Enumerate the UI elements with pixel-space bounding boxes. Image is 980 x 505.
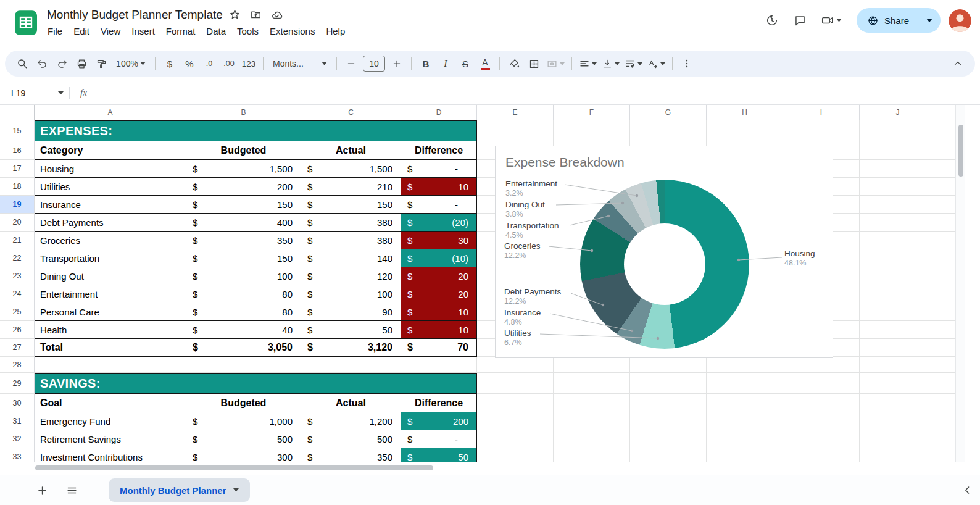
cell[interactable]: $-	[401, 196, 477, 214]
menu-tools[interactable]: Tools	[231, 24, 264, 38]
cell[interactable]	[860, 178, 936, 196]
cell[interactable]	[860, 321, 936, 339]
cell[interactable]	[554, 430, 630, 448]
decrease-decimal-icon[interactable]: .0	[199, 54, 219, 73]
cell[interactable]	[783, 373, 860, 394]
cell[interactable]	[477, 394, 554, 412]
cell[interactable]: $200	[401, 412, 477, 430]
column-header-B[interactable]: B	[186, 105, 301, 120]
cell[interactable]: Budgeted	[186, 141, 301, 160]
cell[interactable]	[860, 249, 936, 267]
paint-format-icon[interactable]	[91, 54, 111, 73]
row-header-16[interactable]: 16	[0, 141, 35, 160]
menu-file[interactable]: File	[42, 24, 68, 38]
cell[interactable]	[860, 448, 936, 462]
redo-icon[interactable]	[52, 54, 72, 73]
cell[interactable]	[477, 412, 554, 430]
cell[interactable]	[554, 373, 630, 394]
row-header-28[interactable]: 28	[0, 357, 35, 373]
menu-insert[interactable]: Insert	[126, 24, 160, 38]
horizontal-align-icon[interactable]	[576, 54, 599, 73]
merge-cells-icon[interactable]	[544, 54, 567, 73]
cell[interactable]: Health	[35, 321, 186, 339]
cell[interactable]	[186, 357, 301, 373]
cell[interactable]	[783, 120, 860, 141]
cell[interactable]	[707, 448, 783, 462]
row-header-20[interactable]: 20	[0, 214, 35, 232]
share-dropdown[interactable]	[918, 8, 941, 33]
cell[interactable]: $500	[186, 430, 301, 448]
cell[interactable]: $400	[186, 214, 301, 232]
cell[interactable]	[630, 412, 707, 430]
row-header-26[interactable]: 26	[0, 321, 35, 339]
cell[interactable]	[630, 120, 707, 141]
cell[interactable]: $150	[186, 249, 301, 267]
cell[interactable]	[783, 412, 860, 430]
cell[interactable]: $140	[301, 249, 401, 267]
cell[interactable]: $20	[401, 285, 477, 303]
select-all-corner[interactable]	[0, 105, 35, 120]
cell[interactable]: $100	[301, 285, 401, 303]
cell[interactable]: Budgeted	[186, 394, 301, 412]
cell[interactable]: $100	[186, 267, 301, 285]
cell[interactable]	[783, 394, 860, 412]
zoom-select[interactable]: 100%	[111, 54, 151, 73]
cell[interactable]	[860, 196, 936, 214]
text-wrap-icon[interactable]	[622, 54, 645, 73]
cell[interactable]: Difference	[401, 394, 477, 412]
borders-icon[interactable]	[524, 54, 544, 73]
row-header-17[interactable]: 17	[0, 160, 35, 178]
row-header-27[interactable]: 27	[0, 339, 35, 357]
cell[interactable]	[860, 232, 936, 249]
cell[interactable]: $90	[301, 303, 401, 321]
column-header-H[interactable]: H	[707, 105, 783, 120]
row-header-25[interactable]: 25	[0, 303, 35, 321]
name-box[interactable]: L19	[0, 88, 69, 98]
row-header-15[interactable]: 15	[0, 120, 35, 141]
cell[interactable]: $10	[401, 178, 477, 196]
cell[interactable]: $50	[301, 321, 401, 339]
cell[interactable]	[860, 141, 936, 160]
cell[interactable]: $3,050	[186, 339, 301, 357]
cell[interactable]	[477, 448, 554, 462]
cell[interactable]: Total	[35, 339, 186, 357]
horizontal-scrollbar-thumb[interactable]	[35, 465, 433, 470]
fill-color-icon[interactable]	[504, 54, 524, 73]
more-options-icon[interactable]	[677, 54, 697, 73]
cell[interactable]	[630, 448, 707, 462]
cell[interactable]	[401, 357, 477, 373]
cell[interactable]: Actual	[301, 394, 401, 412]
cell[interactable]: $3,120	[301, 339, 401, 357]
cell[interactable]: Investment Contributions	[35, 448, 186, 462]
column-header-A[interactable]: A	[35, 105, 186, 120]
row-header-30[interactable]: 30	[0, 394, 35, 412]
menu-data[interactable]: Data	[201, 24, 231, 38]
document-title[interactable]: Monthly Budget Planner Template	[47, 8, 223, 22]
row-header-32[interactable]: 32	[0, 430, 35, 448]
cell[interactable]: $1,000	[186, 412, 301, 430]
cell[interactable]	[860, 373, 936, 394]
row-header-21[interactable]: 21	[0, 232, 35, 249]
section-header-cell[interactable]: SAVINGS:	[35, 373, 477, 394]
cell[interactable]: $1,200	[301, 412, 401, 430]
cell[interactable]	[707, 120, 783, 141]
menu-view[interactable]: View	[95, 24, 126, 38]
column-header-F[interactable]: F	[554, 105, 630, 120]
percent-format-icon[interactable]: %	[180, 54, 199, 73]
cell[interactable]: Personal Care	[35, 303, 186, 321]
expense-breakdown-chart[interactable]: Expense Breakdown Entertainment3.2%Dinin…	[495, 146, 833, 358]
sheet-tab-monthly-budget-planner[interactable]: Monthly Budget Planner	[109, 478, 250, 502]
cell[interactable]	[301, 357, 401, 373]
cell[interactable]: $80	[186, 285, 301, 303]
strikethrough-icon[interactable]: S	[455, 54, 475, 73]
cell[interactable]: Housing	[35, 160, 186, 178]
cell[interactable]: Retirement Savings	[35, 430, 186, 448]
column-header-D[interactable]: D	[401, 105, 477, 120]
cell[interactable]	[477, 357, 554, 373]
cell[interactable]: $1,500	[301, 160, 401, 178]
cell[interactable]: $120	[301, 267, 401, 285]
cell[interactable]: $500	[301, 430, 401, 448]
cell[interactable]: $350	[186, 232, 301, 249]
cell[interactable]: Entertainment	[35, 285, 186, 303]
cell[interactable]: Insurance	[35, 196, 186, 214]
